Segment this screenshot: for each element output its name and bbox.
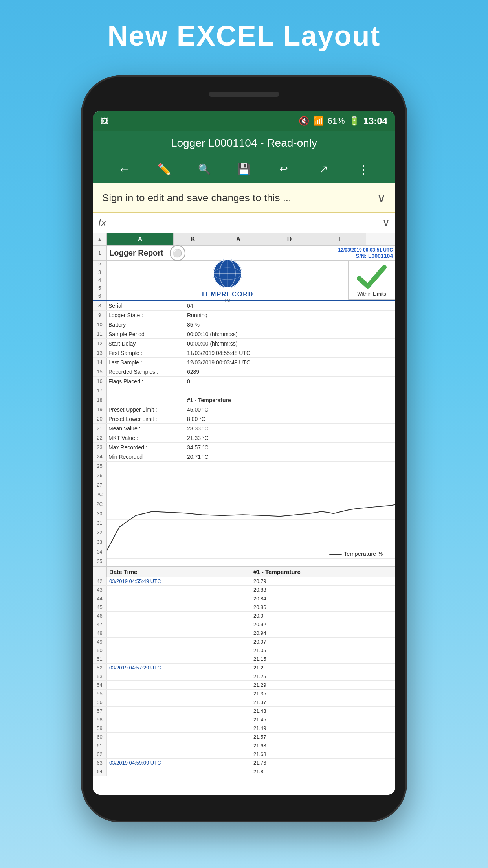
table-row: 52 03/2019 04:57:29 UTC 21.2 xyxy=(93,664,395,672)
record-button: ⚪ xyxy=(170,245,185,261)
table-row: 13 First Sample : 11/03/2019 04:55:48 UT… xyxy=(93,348,395,358)
mute-icon: 🔇 xyxy=(299,116,309,126)
th-temp: #1 - Temperature xyxy=(251,567,395,577)
globe-svg xyxy=(212,258,243,289)
table-row: 8 Serial : 04 xyxy=(93,301,395,311)
battery-percent: 61% xyxy=(328,116,345,126)
table-row: 46 20.9 xyxy=(93,612,395,620)
page-title: New EXCEL Layout xyxy=(108,20,381,52)
table-row: 63 03/2019 04:59:09 UTC 21.76 xyxy=(93,759,395,767)
table-row: 58 21.45 xyxy=(93,715,395,724)
screen: 🖼 🔇 📶 61% 🔋 13:04 Logger L0001104 - Read… xyxy=(93,111,395,795)
th-date: Date Time xyxy=(107,567,251,577)
table-row: 54 21.29 xyxy=(93,681,395,690)
title-bar: Logger L0001104 - Read-only xyxy=(93,131,395,155)
checkmark-box: Within Limits xyxy=(348,261,395,300)
table-row: 10 Battery : 85 % xyxy=(93,320,395,329)
more-button[interactable]: ⋮ xyxy=(354,160,373,179)
table-row: 44 20.84 xyxy=(93,594,395,603)
table-row: 57 21.43 xyxy=(93,707,395,715)
col-header-a: A xyxy=(107,233,174,245)
status-bar: 🖼 🔇 📶 61% 🔋 13:04 xyxy=(93,111,395,131)
back-button[interactable]: ← xyxy=(115,160,134,179)
table-row: 11 Sample Period : 00:00:10 (hh:mm:ss) xyxy=(93,329,395,339)
table-row: 16 Flags Placed : 0 xyxy=(93,377,395,386)
toolbar: ← ✏️ 🔍 💾 ↩ ↗ ⋮ xyxy=(93,155,395,183)
table-header-row: Date Time #1 - Temperature xyxy=(93,567,395,577)
table-row: 47 20.92 xyxy=(93,620,395,629)
undo-button[interactable]: ↩ xyxy=(274,160,294,179)
table-row: 60 21.57 xyxy=(93,733,395,741)
col-header-row-num: ▲ xyxy=(93,233,107,245)
col-headers: ▲ A K A D E xyxy=(93,233,395,246)
chart-row-nums: 27 2C 2C 30 31 32 33 34 35 xyxy=(93,480,107,566)
time-display: 13:04 xyxy=(363,116,387,127)
table-row: 23 Max Recorded : 34.57 °C xyxy=(93,443,395,452)
temprecord-logo: TEMPRECORD TM xyxy=(198,255,257,306)
status-left: 🖼 xyxy=(101,117,108,126)
wifi-icon: 📶 xyxy=(313,116,324,126)
table-row: 22 MKT Value : 21.33 °C xyxy=(93,433,395,443)
col-header-a2: A xyxy=(213,233,264,245)
serial-date: 12/03/2019 00:03:51 UTC S/N: L0001104 xyxy=(317,246,395,260)
col-header-e: E xyxy=(315,233,366,245)
col-header-d: D xyxy=(264,233,315,245)
table-row: 9 Logger State : Running xyxy=(93,311,395,320)
image-icon: 🖼 xyxy=(101,117,108,126)
title-text: Logger L0001104 - Read-only xyxy=(171,137,317,149)
table-row: 12 Start Delay : 00:00:00 (hh:mm:ss) xyxy=(93,339,395,348)
table-row: 26 xyxy=(93,471,395,480)
table-row: 42 03/2019 04:55:49 UTC 20.79 xyxy=(93,577,395,586)
data-rows: 8 Serial : 04 9 Logger State : Running 1… xyxy=(93,301,395,480)
status-right: 🔇 📶 61% 🔋 13:04 xyxy=(299,116,387,127)
table-row: 53 21.25 xyxy=(93,672,395,681)
row-nums-2-6: 23456 xyxy=(93,261,107,300)
save-button[interactable]: 💾 xyxy=(234,160,254,179)
table-row: 48 20.94 xyxy=(93,629,395,638)
table-row: 51 21.15 xyxy=(93,655,395,664)
table-row: 56 21.37 xyxy=(93,698,395,707)
battery-icon: 🔋 xyxy=(349,116,360,126)
search-button[interactable]: 🔍 xyxy=(194,160,214,179)
th-num xyxy=(93,567,107,577)
table-row: 55 21.35 xyxy=(93,690,395,698)
logo-row: 23456 TEMPRECORD xyxy=(93,261,395,300)
table-row: 20 Preset Lower Limit : 8.00 °C xyxy=(93,414,395,424)
chart-section: 27 2C 2C 30 31 32 33 34 35 xyxy=(93,480,395,567)
table-row: 61 21.63 xyxy=(93,741,395,750)
fx-label: fx xyxy=(98,217,106,229)
temperature-chart: Temperature % xyxy=(93,480,395,566)
col-header-k: K xyxy=(174,233,213,245)
svg-text:Temperature %: Temperature % xyxy=(344,551,383,557)
phone-shell: 🖼 🔇 📶 61% 🔋 13:04 Logger L0001104 - Read… xyxy=(81,75,407,822)
table-row: 25 xyxy=(93,462,395,471)
within-limits: Within Limits xyxy=(357,291,386,297)
formula-bar: fx ∨ xyxy=(93,213,395,233)
signin-text: Sign in to edit and save changes to this… xyxy=(102,192,291,204)
table-row: 21 Mean Value : 23.33 °C xyxy=(93,424,395,433)
table-row: 14 Last Sample : 12/03/2019 00:03:49 UTC xyxy=(93,358,395,367)
temprecord-text: TEMPRECORD xyxy=(201,291,254,298)
share-button[interactable]: ↗ xyxy=(314,160,334,179)
spreadsheet: ▲ A K A D E 1 Logger Report ⚪ 12/03/2019… xyxy=(93,233,395,795)
row-num-1: 1 xyxy=(93,246,107,260)
logo-area: TEMPRECORD TM xyxy=(107,261,348,300)
table-row: 62 21.68 xyxy=(93,750,395,759)
table-row: 45 20.86 xyxy=(93,603,395,612)
table-row: 24 Min Recorded : 20.71 °C xyxy=(93,452,395,462)
table-row: 15 Recorded Samples : 6289 xyxy=(93,367,395,377)
table-row: 49 20.97 xyxy=(93,638,395,646)
formula-bar-chevron: ∨ xyxy=(382,217,390,229)
table-row: 43 20.83 xyxy=(93,586,395,594)
edit-button[interactable]: ✏️ xyxy=(154,160,174,179)
checkmark-svg xyxy=(356,263,387,291)
table-row: 17 xyxy=(93,386,395,395)
table-row: 19 Preset Upper Limit : 45.00 °C xyxy=(93,405,395,414)
data-table-section: Date Time #1 - Temperature 42 03/2019 04… xyxy=(93,567,395,795)
signin-banner[interactable]: Sign in to edit and save changes to this… xyxy=(93,183,395,213)
signin-chevron: ∨ xyxy=(377,190,386,205)
table-row: 50 21.05 xyxy=(93,646,395,655)
table-row: 59 21.49 xyxy=(93,724,395,733)
table-row: 64 21.8 xyxy=(93,767,395,776)
table-row: 18 #1 - Temperature xyxy=(93,395,395,405)
